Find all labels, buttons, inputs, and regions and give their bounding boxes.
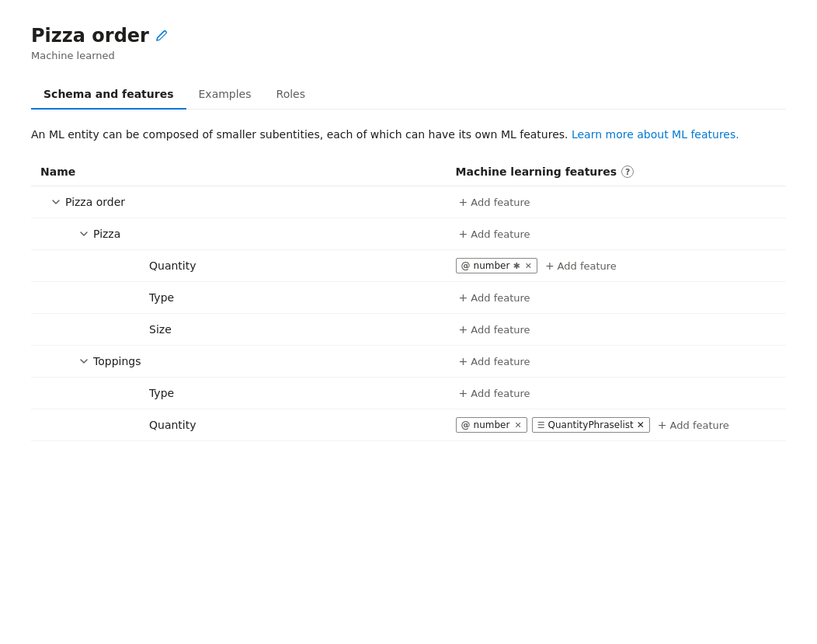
remove-feature-button[interactable]: ✕ xyxy=(637,419,645,430)
feature-label: QuantityPhraselist xyxy=(548,419,634,430)
entity-name: Pizza xyxy=(93,228,120,240)
entity-name: Quantity xyxy=(149,259,196,272)
add-feature-button[interactable]: + Add feature xyxy=(456,353,534,369)
remove-feature-button[interactable]: ✕ xyxy=(514,420,521,430)
name-cell: Type xyxy=(31,378,447,409)
col-features-header: Machine learning features ? xyxy=(447,159,786,186)
plus-icon: + xyxy=(658,419,667,431)
name-cell: Type xyxy=(31,282,447,314)
features-cell: + Add feature xyxy=(447,218,786,250)
chevron-down-icon[interactable] xyxy=(50,197,62,207)
entity-name: Pizza order xyxy=(65,196,125,208)
table-row: Quantity@ number ✱ ✕+ Add feature xyxy=(31,250,786,282)
entity-name: Size xyxy=(149,323,172,336)
features-cell: + Add feature xyxy=(447,346,786,378)
add-feature-button[interactable]: + Add feature xyxy=(655,417,732,433)
title-text: Pizza order xyxy=(31,25,149,47)
add-feature-button[interactable]: + Add feature xyxy=(456,290,534,305)
add-feature-button[interactable]: + Add feature xyxy=(456,385,534,401)
list-feature-tag: ☰ QuantityPhraselist ✕ xyxy=(532,417,650,433)
plus-icon: + xyxy=(459,291,468,304)
feature-label: number xyxy=(474,260,510,271)
name-cell: Size xyxy=(31,314,447,346)
at-icon: @ xyxy=(461,419,471,430)
plus-icon: + xyxy=(459,196,468,208)
add-feature-button[interactable]: + Add feature xyxy=(456,226,534,242)
features-cell: @ number ✱ ✕+ Add feature xyxy=(447,250,786,282)
features-cell: + Add feature xyxy=(447,282,786,314)
add-feature-label: Add feature xyxy=(471,228,530,240)
name-cell: Quantity xyxy=(31,250,447,282)
add-feature-label: Add feature xyxy=(471,292,530,304)
tab-examples[interactable]: Examples xyxy=(186,80,264,110)
chevron-down-icon[interactable] xyxy=(78,357,90,366)
help-icon[interactable]: ? xyxy=(621,165,634,178)
remove-feature-button[interactable]: ✕ xyxy=(525,261,532,271)
page-subtitle: Machine learned xyxy=(31,50,786,61)
name-cell: Pizza order xyxy=(31,186,447,218)
edit-icon[interactable] xyxy=(155,30,168,42)
table-row: Toppings+ Add feature xyxy=(31,346,786,378)
add-feature-button[interactable]: + Add feature xyxy=(456,194,534,210)
table-row: Type+ Add feature xyxy=(31,282,786,314)
table-row: Pizza+ Add feature xyxy=(31,218,786,250)
table-row: Quantity@ number ✕☰ QuantityPhraselist ✕… xyxy=(31,409,786,441)
entity-name: Type xyxy=(149,291,174,304)
name-cell: Toppings xyxy=(31,346,447,378)
add-feature-label: Add feature xyxy=(670,419,729,431)
plus-icon: + xyxy=(545,259,555,272)
required-icon: ✱ xyxy=(513,261,520,271)
entity-name: Toppings xyxy=(93,355,141,367)
plus-icon: + xyxy=(459,387,468,399)
features-cell: @ number ✕☰ QuantityPhraselist ✕+ Add fe… xyxy=(447,409,786,441)
add-feature-label: Add feature xyxy=(471,388,530,399)
add-feature-label: Add feature xyxy=(471,356,530,367)
description-text: An ML entity can be composed of smaller … xyxy=(31,128,568,141)
features-cell: + Add feature xyxy=(447,186,786,218)
description: An ML entity can be composed of smaller … xyxy=(31,128,786,141)
tab-schema[interactable]: Schema and features xyxy=(31,80,186,110)
table-row: Type+ Add feature xyxy=(31,378,786,409)
schema-table: Name Machine learning features ? Pizza o… xyxy=(31,159,786,441)
at-icon: @ xyxy=(461,260,471,271)
entity-feature-tag: @ number ✕ xyxy=(456,417,527,433)
learn-more-link[interactable]: Learn more about ML features. xyxy=(572,128,739,141)
plus-icon: + xyxy=(459,355,468,367)
entity-name: Type xyxy=(149,387,174,399)
add-feature-button[interactable]: + Add feature xyxy=(456,322,534,337)
table-row: Size+ Add feature xyxy=(31,314,786,346)
plus-icon: + xyxy=(459,323,468,336)
entity-feature-tag: @ number ✱ ✕ xyxy=(456,258,537,273)
chevron-down-icon[interactable] xyxy=(78,229,90,238)
features-cell: + Add feature xyxy=(447,378,786,409)
add-feature-label: Add feature xyxy=(471,197,530,208)
page-title: Pizza order xyxy=(31,25,786,47)
entity-name: Quantity xyxy=(149,419,196,431)
list-icon: ☰ xyxy=(537,420,545,430)
plus-icon: + xyxy=(459,228,468,240)
table-row: Pizza order+ Add feature xyxy=(31,186,786,218)
feature-label: number xyxy=(474,419,510,430)
add-feature-label: Add feature xyxy=(558,260,617,272)
name-cell: Pizza xyxy=(31,218,447,250)
add-feature-label: Add feature xyxy=(471,324,530,336)
add-feature-button[interactable]: + Add feature xyxy=(542,258,620,273)
col-name-header: Name xyxy=(31,159,447,186)
features-cell: + Add feature xyxy=(447,314,786,346)
name-cell: Quantity xyxy=(31,409,447,441)
tab-roles[interactable]: Roles xyxy=(264,80,318,110)
tabs: Schema and features Examples Roles xyxy=(31,80,786,110)
